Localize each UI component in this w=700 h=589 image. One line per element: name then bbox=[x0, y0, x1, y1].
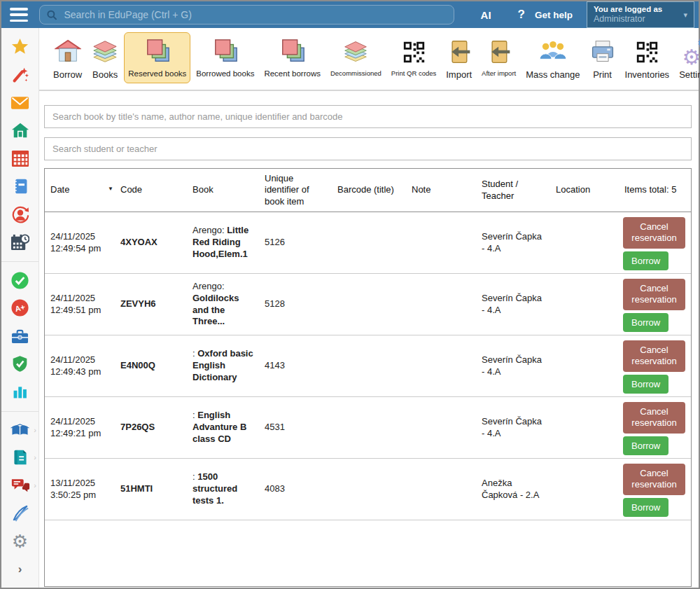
sidebar-item-admin[interactable] bbox=[1, 354, 38, 374]
book-search-input[interactable] bbox=[44, 105, 692, 128]
table-row: 24/11/202512:49:21 pm 7P26QS : English A… bbox=[45, 397, 691, 459]
cell-unique-id: 4083 bbox=[259, 479, 332, 499]
get-help-button[interactable]: Get help bbox=[535, 10, 573, 20]
sidebar-item-attendance[interactable] bbox=[1, 270, 38, 290]
toolbar-item-label: After import bbox=[482, 69, 516, 77]
cell-unique-id: 4143 bbox=[259, 356, 332, 376]
toolbar-item-print[interactable]: Print bbox=[586, 32, 620, 85]
sidebar-item-library[interactable]: › bbox=[1, 420, 38, 440]
toolbar-item-print-qr-codes[interactable]: Print QR codes bbox=[387, 32, 440, 83]
toolbar-item-after-import[interactable]: After import bbox=[477, 32, 520, 83]
documents-icon bbox=[12, 448, 29, 466]
chevron-down-icon: ▾ bbox=[683, 11, 687, 20]
sidebar-item-planner[interactable] bbox=[1, 233, 38, 252]
sidebar-item-statistics[interactable] bbox=[1, 382, 38, 402]
logged-as-user: Administrator bbox=[594, 14, 662, 25]
settings-gear-icon: ⚙ bbox=[12, 532, 28, 550]
sidebar-item-substitution[interactable] bbox=[1, 205, 38, 224]
sidebar-divider bbox=[1, 261, 38, 262]
sidebar-collapse[interactable]: › bbox=[1, 560, 38, 579]
cell-note bbox=[406, 362, 476, 370]
column-header-code[interactable]: Code bbox=[115, 181, 187, 198]
help-icon[interactable]: ? bbox=[518, 8, 525, 22]
ai-button[interactable]: AI bbox=[481, 9, 491, 21]
cancel-reservation-button[interactable]: Cancel reservation bbox=[623, 340, 685, 372]
cell-unique-id: 4531 bbox=[259, 417, 332, 438]
cell-location bbox=[550, 239, 619, 247]
chevron-right-icon: › bbox=[18, 562, 22, 576]
sidebar-item-settings[interactable]: ⚙ bbox=[1, 532, 38, 551]
toolbar-item-reserved-books[interactable]: Reserved books bbox=[124, 32, 190, 83]
table-row: 24/11/202512:49:51 pm ZEVYH6 Arengo: Gol… bbox=[45, 274, 691, 335]
cell-note bbox=[406, 424, 476, 432]
sidebar-item-signature[interactable] bbox=[1, 504, 38, 523]
column-header-date[interactable]: Date▼ bbox=[45, 181, 115, 198]
sidebar-item-timetable[interactable] bbox=[1, 149, 38, 169]
column-header-book[interactable]: Book bbox=[187, 181, 259, 198]
topbar: AI ? Get help You are logged as Administ… bbox=[1, 1, 699, 28]
column-header-unique-id[interactable]: Unique identifier of book item bbox=[259, 170, 332, 210]
borrow-button[interactable]: Borrow bbox=[623, 498, 668, 517]
cell-date: 24/11/202512:49:21 pm bbox=[45, 412, 115, 444]
qr-code-icon bbox=[402, 38, 426, 66]
person-search-input[interactable] bbox=[44, 137, 692, 160]
cell-barcode bbox=[332, 485, 406, 494]
cancel-reservation-button[interactable]: Cancel reservation bbox=[623, 217, 685, 249]
sidebar-item-grades[interactable]: A+ bbox=[1, 298, 38, 318]
import-icon bbox=[447, 38, 472, 66]
toolbar-item-settings[interactable]: ⚙⚙ Settings bbox=[675, 32, 700, 85]
cell-unique-id: 5128 bbox=[259, 294, 332, 314]
global-search-input[interactable] bbox=[62, 8, 447, 21]
toolbar-item-books[interactable]: Books bbox=[88, 32, 122, 85]
menu-icon[interactable] bbox=[10, 8, 28, 22]
main-area: Borrow Books Reserved books bbox=[39, 28, 699, 588]
sidebar-item-home[interactable] bbox=[1, 121, 38, 141]
cell-actions: Cancel reservation Borrow bbox=[619, 459, 691, 517]
borrow-button[interactable]: Borrow bbox=[623, 251, 668, 270]
toolbar-item-borrowed-books[interactable]: Borrowed books bbox=[192, 32, 258, 83]
toolbar-item-borrow[interactable]: Borrow bbox=[49, 32, 86, 85]
cell-student-teacher: Severín Čapka - 4.A bbox=[476, 227, 550, 259]
attendance-check-icon bbox=[10, 271, 29, 290]
cancel-reservation-button[interactable]: Cancel reservation bbox=[623, 279, 685, 310]
cell-date: 24/11/202512:49:43 pm bbox=[45, 350, 115, 382]
cell-student-teacher: Severín Čapka - 4.A bbox=[476, 412, 550, 444]
star-icon bbox=[10, 37, 29, 56]
column-header-student-teacher[interactable]: Student / Teacher bbox=[476, 176, 550, 205]
sort-descending-icon: ▼ bbox=[108, 186, 113, 193]
sidebar-item-chat[interactable]: › bbox=[1, 476, 38, 495]
sidebar-item-wizard[interactable] bbox=[1, 65, 38, 85]
cell-code: 7P26QS bbox=[115, 417, 187, 438]
statistics-icon bbox=[11, 383, 29, 401]
cell-date: 13/11/20253:50:25 pm bbox=[45, 473, 115, 506]
toolbar-item-label: Books bbox=[92, 69, 118, 80]
cell-book: Arengo: Goldilocks and the Three... bbox=[187, 277, 259, 333]
toolbar-item-mass-change[interactable]: Mass change bbox=[522, 32, 584, 85]
sidebar-item-favorites[interactable] bbox=[1, 37, 38, 57]
borrow-button[interactable]: Borrow bbox=[623, 436, 668, 455]
toolbar-item-decommissioned[interactable]: Decommissioned bbox=[326, 32, 386, 83]
cancel-reservation-button[interactable]: Cancel reservation bbox=[623, 464, 685, 495]
global-search[interactable] bbox=[39, 5, 454, 25]
toolbar-item-recent-borrows[interactable]: Recent borrows bbox=[260, 32, 325, 83]
cell-note bbox=[406, 485, 476, 494]
cell-note bbox=[406, 239, 476, 247]
toolbar-item-inventories[interactable]: Inventories bbox=[621, 32, 674, 85]
cell-actions: Cancel reservation Borrow bbox=[619, 397, 691, 455]
cell-barcode bbox=[332, 424, 406, 432]
borrow-button[interactable]: Borrow bbox=[623, 313, 668, 332]
column-header-location[interactable]: Location bbox=[550, 181, 619, 198]
logged-as-dropdown[interactable]: You are logged as Administrator ▾ bbox=[587, 1, 694, 28]
sidebar-item-agenda[interactable] bbox=[1, 326, 38, 346]
sidebar-item-messages-mail[interactable] bbox=[1, 93, 38, 113]
cell-note bbox=[406, 300, 476, 309]
sidebar-item-documents[interactable]: › bbox=[1, 448, 38, 467]
cancel-reservation-button[interactable]: Cancel reservation bbox=[623, 402, 685, 434]
column-header-barcode[interactable]: Barcode (title) bbox=[332, 181, 406, 198]
toolbar-item-import[interactable]: Import bbox=[442, 32, 476, 85]
borrow-button[interactable]: Borrow bbox=[623, 375, 668, 394]
column-header-note[interactable]: Note bbox=[406, 181, 476, 198]
notebook-icon bbox=[12, 177, 29, 195]
sidebar-item-notebook[interactable] bbox=[1, 176, 38, 196]
grades-icon: A+ bbox=[10, 298, 29, 317]
